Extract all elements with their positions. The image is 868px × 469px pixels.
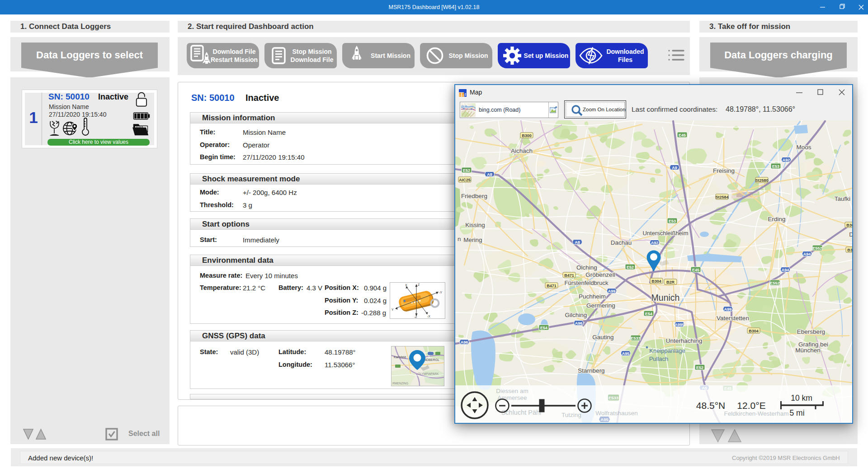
svg-text:Ammersee: Ammersee bbox=[497, 394, 527, 401]
svg-text:Kneippanlage: Kneippanlage bbox=[649, 347, 685, 354]
svg-text:Tutzing: Tutzing bbox=[561, 412, 581, 418]
svg-text:Pullach: Pullach bbox=[649, 355, 669, 362]
svg-text:A8: A8 bbox=[575, 240, 580, 245]
svg-text:E53: E53 bbox=[772, 164, 779, 169]
svg-text:Ebersberg: Ebersberg bbox=[797, 328, 825, 335]
svg-text:B471: B471 bbox=[547, 284, 557, 288]
svg-text:A99: A99 bbox=[608, 289, 616, 294]
svg-text:Gröbenzell: Gröbenzell bbox=[585, 271, 615, 278]
svg-text:Wolfratshausen: Wolfratshausen bbox=[595, 410, 638, 417]
svg-text:48.5°N: 48.5°N bbox=[696, 400, 725, 411]
svg-text:Moos: Moos bbox=[796, 144, 811, 151]
svg-text:Vaterstetten: Vaterstetten bbox=[717, 315, 749, 322]
svg-text:RMENZING: RMENZING bbox=[392, 382, 408, 385]
svg-text:Kissing: Kissing bbox=[465, 222, 485, 228]
svg-text:E52: E52 bbox=[627, 265, 634, 270]
svg-text:A96: A96 bbox=[461, 340, 468, 345]
svg-text:E533: E533 bbox=[609, 395, 618, 400]
svg-text:12.0°E: 12.0°E bbox=[737, 400, 765, 411]
svg-text:A95: A95 bbox=[600, 417, 609, 422]
svg-text:E45: E45 bbox=[679, 133, 686, 137]
svg-text:Z: Z bbox=[418, 283, 420, 286]
svg-text:A94: A94 bbox=[803, 252, 811, 256]
svg-text:Freising: Freising bbox=[713, 167, 735, 174]
svg-text:E552: E552 bbox=[770, 281, 779, 285]
svg-text:B388: B388 bbox=[847, 248, 852, 252]
svg-text:Mering: Mering bbox=[463, 237, 482, 243]
svg-text:Unterhaching: Unterhaching bbox=[666, 337, 702, 344]
svg-text:Fürstenfeldbruck: Fürstenfeldbruck bbox=[565, 280, 609, 286]
svg-text:B304: B304 bbox=[651, 279, 661, 284]
svg-text:E54: E54 bbox=[645, 312, 652, 316]
svg-text:5 mi: 5 mi bbox=[789, 408, 804, 417]
svg-text:-Y: -Y bbox=[439, 291, 442, 294]
svg-text:A92: A92 bbox=[651, 241, 659, 245]
svg-text:Karlsfeld: Karlsfeld bbox=[394, 355, 406, 359]
svg-text:OLYMPIAPARK: OLYMPIAPARK bbox=[418, 372, 439, 375]
svg-text:Munich: Munich bbox=[651, 293, 680, 303]
svg-text:E54: E54 bbox=[540, 326, 547, 330]
svg-text:Puchheim: Puchheim bbox=[579, 293, 606, 300]
svg-text:B304: B304 bbox=[749, 329, 759, 333]
svg-text:Gauting: Gauting bbox=[592, 334, 613, 341]
svg-text:E552: E552 bbox=[812, 246, 822, 251]
svg-text:A94: A94 bbox=[782, 268, 789, 272]
svg-text:X: X bbox=[405, 284, 407, 287]
svg-text:Erding: Erding bbox=[768, 216, 785, 223]
svg-text:A9: A9 bbox=[672, 166, 677, 170]
svg-text:D: D bbox=[849, 231, 852, 238]
svg-text:A99: A99 bbox=[724, 307, 732, 312]
svg-text:NDBERGL: NDBERGL bbox=[424, 358, 439, 361]
svg-text:Dachau: Dachau bbox=[611, 239, 632, 246]
svg-text:E52: E52 bbox=[463, 168, 470, 173]
svg-text:n: n bbox=[458, 236, 461, 242]
svg-text:E53: E53 bbox=[669, 219, 676, 223]
svg-text:Gilching: Gilching bbox=[565, 312, 587, 318]
svg-text:B301: B301 bbox=[846, 223, 852, 227]
svg-text:St2584: St2584 bbox=[715, 195, 728, 199]
svg-text:Starnberg: Starnberg bbox=[578, 367, 604, 374]
svg-text:B471: B471 bbox=[564, 273, 574, 278]
svg-text:Germering: Germering bbox=[586, 302, 615, 309]
svg-text:Aichach: Aichach bbox=[511, 147, 533, 154]
svg-text:A995: A995 bbox=[675, 322, 684, 327]
svg-text:B300: B300 bbox=[522, 133, 532, 138]
svg-text:E52: E52 bbox=[696, 365, 703, 370]
svg-text:10 km: 10 km bbox=[791, 393, 812, 403]
svg-text:A95: A95 bbox=[622, 351, 630, 356]
svg-text:Friedberg: Friedberg bbox=[461, 193, 487, 199]
svg-text:-Z: -Z bbox=[414, 315, 417, 318]
svg-text:Y: Y bbox=[392, 308, 394, 311]
svg-text:A8: A8 bbox=[487, 172, 492, 177]
svg-text:München: München bbox=[795, 347, 821, 354]
svg-text:St2580: St2580 bbox=[755, 178, 768, 183]
svg-text:Olching: Olching bbox=[576, 264, 597, 271]
svg-text:Unterschleißheim: Unterschleißheim bbox=[642, 230, 688, 237]
svg-text:-X: -X bbox=[427, 315, 430, 318]
svg-text:A96: A96 bbox=[575, 321, 583, 326]
svg-text:E45: E45 bbox=[692, 268, 699, 272]
svg-text:Feldkirchen-Westerham: Feldkirchen-Westerham bbox=[724, 410, 788, 417]
svg-text:B2R: B2R bbox=[666, 280, 675, 284]
svg-text:AIC25: AIC25 bbox=[459, 178, 471, 182]
svg-text:E533: E533 bbox=[631, 336, 640, 341]
svg-text:Taufki: Taufki bbox=[835, 195, 850, 202]
svg-text:Diessen am: Diessen am bbox=[496, 388, 528, 394]
svg-text:A92: A92 bbox=[783, 158, 790, 162]
